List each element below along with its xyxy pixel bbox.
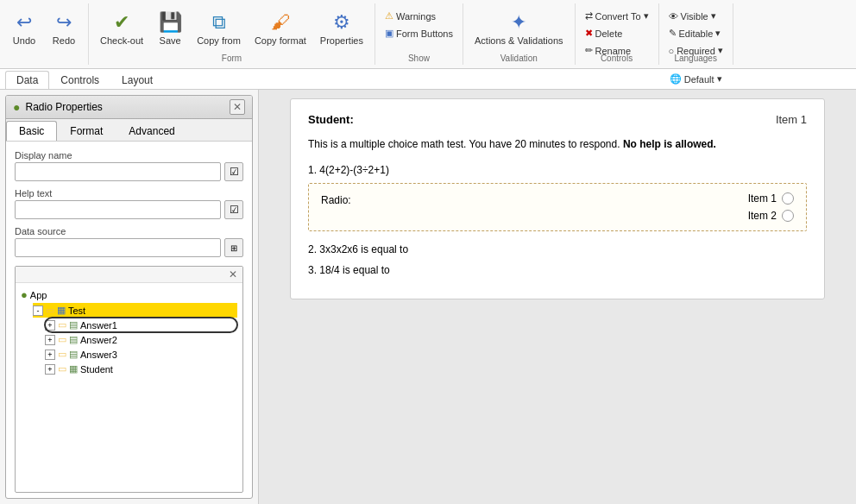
answer3-expand-button[interactable]: + — [45, 350, 55, 360]
visible-label: Visible — [681, 11, 708, 22]
delete-button[interactable]: ✖ Delete — [581, 26, 627, 41]
properties-label: Properties — [320, 35, 363, 46]
tab-data[interactable]: Data — [5, 71, 49, 89]
editable-label: Editable — [679, 28, 714, 39]
data-source-field: Data source ⊞ — [15, 226, 243, 257]
form-group-label: Form — [89, 54, 374, 63]
datasource-tree-area: ✕ ● App - ▭ ▦ Test — [15, 266, 243, 493]
checkout-label: Check-out — [100, 35, 143, 46]
data-source-input[interactable] — [15, 238, 221, 257]
tree-node-test[interactable]: - ▭ ▦ Test — [33, 303, 237, 318]
form-buttons-label: Form Buttons — [396, 28, 453, 39]
tree-node-answer2[interactable]: + ▭ ▤ Answer2 — [45, 332, 237, 347]
warning-icon: ⚠ — [385, 10, 393, 22]
student-expand-button[interactable]: + — [45, 364, 55, 375]
controls-group-label: Controls — [576, 54, 658, 63]
answer2-expand-button[interactable]: + — [45, 335, 55, 345]
tab-layout[interactable]: Layout — [110, 71, 164, 89]
help-text-action-button[interactable]: ☑ — [224, 200, 243, 219]
tree-node-answer3[interactable]: + ▭ ▤ Answer3 — [45, 347, 237, 362]
answer1-field-icon: ▤ — [69, 319, 78, 331]
tab-controls[interactable]: Controls — [49, 71, 110, 89]
data-source-label: Data source — [15, 226, 243, 236]
data-source-row: ⊞ — [15, 238, 243, 257]
copy-from-button[interactable]: ⧉ Copy from — [191, 9, 247, 48]
display-name-action-button[interactable]: ☑ — [224, 162, 243, 181]
dialog-header: ● Radio Properties ✕ — [6, 96, 252, 119]
radio-circle-1[interactable] — [782, 192, 794, 205]
dialog-dot-icon: ● — [13, 100, 20, 114]
copy-format-icon: 🖌 — [271, 11, 290, 34]
display-name-field: Display name ☑ — [15, 150, 243, 181]
convert-to-label: Convert To — [595, 11, 641, 22]
dialog-close-button[interactable]: ✕ — [230, 99, 245, 115]
redo-button[interactable]: ↪ Redo — [45, 9, 83, 48]
visible-dropdown-icon: ▾ — [711, 10, 716, 22]
radio-option-2[interactable]: Item 2 — [371, 210, 794, 222]
test-folder-icon: ▭ — [46, 305, 54, 316]
radio-circle-2[interactable] — [782, 210, 794, 222]
tree-node-answer1[interactable]: + ▭ ▤ Answer1 — [45, 318, 237, 332]
tree-node-student[interactable]: + ▭ ▦ Student — [45, 362, 237, 376]
copy-format-label: Copy format — [255, 35, 306, 46]
help-text-input[interactable] — [15, 200, 221, 219]
validation-group-label: Validation — [463, 54, 575, 63]
checkout-icon: ✔ — [114, 11, 129, 34]
student-folder-icon: ▭ — [58, 363, 66, 375]
default-label: Default — [684, 74, 714, 85]
radio-item1-label: Item 1 — [748, 192, 777, 205]
app-dot-icon: ● — [21, 288, 28, 301]
display-name-label: Display name — [15, 150, 243, 161]
visible-button[interactable]: 👁 Visible ▾ — [664, 9, 721, 23]
radio-option-1[interactable]: Item 1 — [371, 192, 794, 205]
editable-icon: ✎ — [669, 28, 677, 39]
editable-button[interactable]: ✎ Editable ▾ — [664, 26, 726, 41]
answer3-field-icon: ▤ — [69, 349, 78, 360]
show-group-label: Show — [375, 54, 463, 63]
answer2-field-icon: ▤ — [69, 334, 78, 345]
property-tabs: Basic Format Advanced — [6, 119, 252, 142]
checkout-button[interactable]: ✔ Check-out — [94, 9, 149, 48]
properties-dialog: ● Radio Properties ✕ Basic Format Advanc… — [5, 95, 253, 499]
radio-field-row: Radio: Item 1 Item 2 — [321, 192, 794, 222]
actions-icon: ✦ — [511, 11, 526, 34]
undo-label: Undo — [13, 35, 35, 46]
prop-tab-advanced[interactable]: Advanced — [116, 121, 187, 141]
answer3-folder-icon: ▭ — [58, 349, 66, 360]
delete-icon: ✖ — [585, 28, 593, 39]
toolbar-form-group: ✔ Check-out 💾 Save ⧉ Copy from 🖌 Copy fo… — [89, 3, 375, 65]
answer1-folder-icon: ▭ — [58, 319, 66, 331]
data-source-browse-button[interactable]: ⊞ — [224, 238, 243, 257]
save-button[interactable]: 💾 Save — [151, 9, 189, 48]
convert-to-button[interactable]: ⇄ Convert To ▾ — [581, 9, 653, 23]
copy-format-button[interactable]: 🖌 Copy format — [249, 9, 312, 48]
prop-tab-format[interactable]: Format — [57, 121, 116, 141]
form-buttons-button[interactable]: ▣ Form Buttons — [381, 26, 457, 41]
radio-item2-label: Item 2 — [748, 210, 777, 222]
redo-icon: ↪ — [56, 11, 72, 34]
left-panel: ● Radio Properties ✕ Basic Format Advanc… — [0, 90, 259, 504]
convert-icon: ⇄ — [585, 10, 593, 22]
help-text-field: Help text ☑ — [15, 188, 243, 219]
default-button[interactable]: 🌐 Default ▾ — [665, 72, 727, 86]
student-label: Student — [80, 364, 113, 375]
datasource-close-button[interactable]: ✕ — [225, 268, 241, 280]
toolbar-languages-group: 👁 Visible ▾ ✎ Editable ▾ ○ Required ▾ 🌐 … — [659, 3, 733, 65]
copy-from-icon: ⧉ — [212, 11, 226, 34]
answer1-expand-button[interactable]: + — [45, 320, 55, 331]
property-content: Display name ☑ Help text ☑ Data source — [6, 142, 252, 261]
prop-tab-basic[interactable]: Basic — [6, 121, 57, 141]
properties-button[interactable]: ⚙ Properties — [314, 9, 369, 48]
radio-label: Radio: — [321, 192, 364, 206]
tree-node-app[interactable]: ● App — [21, 287, 237, 303]
actions-button[interactable]: ✦ Actions & Validations — [469, 9, 570, 48]
display-name-input[interactable] — [15, 162, 221, 181]
properties-icon: ⚙ — [333, 11, 350, 34]
help-text-label: Help text — [15, 188, 243, 198]
languages-group-label: Languages — [659, 54, 733, 63]
undo-button[interactable]: ↩ Undo — [5, 9, 43, 48]
student-field-icon: ▦ — [69, 363, 78, 375]
save-label: Save — [160, 35, 181, 46]
warnings-button[interactable]: ⚠ Warnings — [381, 9, 440, 23]
test-expand-button[interactable]: - — [33, 306, 43, 316]
